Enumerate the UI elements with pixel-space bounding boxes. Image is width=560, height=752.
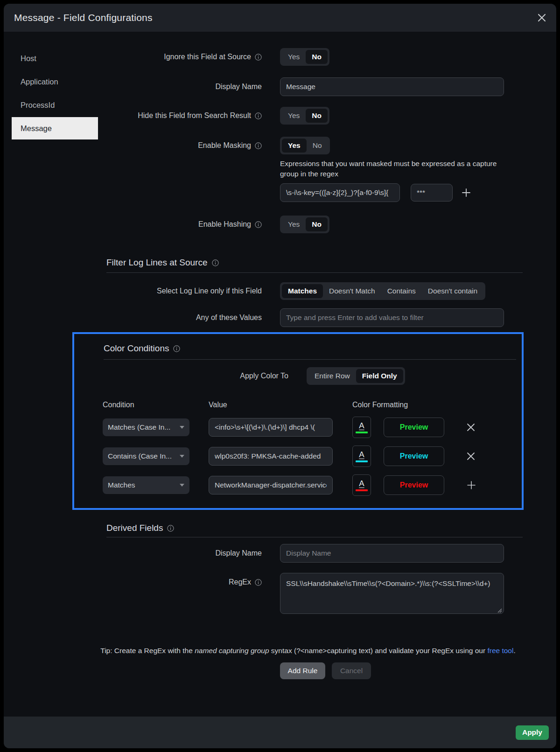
swatch-color-bar (356, 489, 368, 491)
add-condition-button[interactable] (467, 480, 476, 490)
apply-option-field-only[interactable]: Field Only (356, 369, 403, 383)
preview-button[interactable]: Preview (384, 418, 444, 437)
swatch-color-bar (356, 460, 368, 462)
toggle-option-no[interactable]: No (306, 50, 328, 64)
remove-condition-button[interactable] (467, 423, 475, 432)
color-swatch-button[interactable]: A (352, 417, 371, 438)
close-button[interactable] (536, 12, 548, 24)
color-swatch-button[interactable]: A (352, 474, 371, 496)
masking-regex-input[interactable] (280, 183, 400, 202)
dropdown-value: Matches (Case In... (108, 423, 180, 432)
color-swatch-button[interactable]: A (352, 446, 371, 467)
preview-button[interactable]: Preview (384, 446, 444, 466)
page-title: Message - Field Configurations (14, 12, 536, 23)
section-title-text: Color Conditions (104, 343, 169, 354)
info-icon[interactable] (167, 525, 174, 532)
toggle-option-no[interactable]: No (306, 217, 328, 231)
apply-option-entire-row[interactable]: Entire Row (308, 369, 356, 383)
enable-hashing-label: Enable Hashing (4, 216, 262, 233)
condition-dropdown[interactable]: Matches (103, 476, 189, 494)
display-name-input[interactable] (280, 77, 504, 96)
tip-prefix: Tip: Create a RegEx with the (100, 647, 195, 655)
section-title-text: Filter Log Lines at Source (106, 258, 208, 268)
apply-color-label: Apply Color To (103, 367, 288, 385)
label-text: Hide this Field from Search Result (138, 111, 251, 120)
info-icon[interactable] (212, 259, 219, 266)
sidebar-item-processid[interactable]: ProcessId (12, 94, 98, 116)
toggle-option-yes[interactable]: Yes (282, 109, 306, 123)
preview-button[interactable]: Preview (384, 475, 444, 495)
field-config-modal: Message - Field Configurations Host Appl… (4, 4, 556, 748)
condition-value-input[interactable] (209, 476, 333, 494)
column-header-value: Value (209, 401, 352, 409)
hide-field-toggle: Yes No (280, 107, 329, 125)
row-apply-color-to: Apply Color To Entire Row Field Only (103, 367, 522, 385)
match-option-doesnt-contain[interactable]: Doesn't contain (422, 284, 483, 298)
section-divider (106, 272, 523, 273)
info-icon[interactable] (255, 221, 262, 228)
close-icon (538, 14, 546, 22)
derived-regex-textarea[interactable]: SSL\\sHandshake\\sTime\\s(?<Domain>.*)\\… (280, 573, 504, 614)
mask-value-input[interactable] (411, 184, 453, 202)
swatch-letter: A (359, 451, 364, 459)
condition-row: Matches (Case In... A Preview (103, 417, 522, 438)
dropdown-value: Matches (108, 481, 180, 489)
masking-helper-text: Expressions that you want masked must be… (280, 159, 499, 179)
label-text: Enable Masking (198, 141, 251, 150)
info-icon[interactable] (173, 345, 180, 352)
add-mask-button[interactable] (462, 188, 471, 197)
filter-values-label: Any of these Values (4, 308, 262, 327)
toggle-option-yes[interactable]: Yes (282, 217, 306, 231)
toggle-option-yes[interactable]: Yes (282, 139, 307, 153)
resize-handle-icon[interactable] (497, 608, 502, 613)
derived-display-name-input[interactable] (280, 544, 504, 563)
chevron-down-icon (180, 484, 184, 487)
info-icon[interactable] (255, 579, 262, 586)
toggle-option-yes[interactable]: Yes (282, 50, 306, 64)
match-type-label: Select Log Line only if this Field (4, 282, 262, 300)
sidebar-item-message[interactable]: Message (12, 117, 98, 139)
add-rule-button[interactable]: Add Rule (280, 662, 325, 679)
enable-masking-toggle: Yes No (280, 137, 330, 154)
row-match-type: Select Log Line only if this Field Match… (4, 282, 556, 300)
condition-column-headers: Condition Value Color Formatting (103, 401, 522, 409)
row-derived-regex: RegEx SSL\\sHandshake\\sTime\\s(?<Domain… (4, 573, 556, 616)
tip-middle: syntax (?<name>capturing text) and valid… (269, 647, 488, 655)
label-text: Apply Color To (240, 372, 288, 380)
info-icon[interactable] (255, 54, 262, 61)
apply-button[interactable]: Apply (516, 725, 549, 740)
chevron-down-icon (180, 426, 184, 429)
info-icon[interactable] (255, 112, 262, 119)
section-divider (104, 359, 516, 360)
info-icon[interactable] (255, 142, 262, 149)
derived-fields-title: Derived Fields (106, 523, 556, 533)
field-sidebar: Host Application ProcessId Message (12, 47, 98, 140)
match-option-doesnt-match[interactable]: Doesn't Match (323, 284, 381, 298)
ignore-field-toggle: Yes No (280, 48, 329, 66)
swatch-color-bar (356, 432, 368, 433)
condition-dropdown[interactable]: Matches (Case In... (103, 418, 189, 436)
sidebar-item-host[interactable]: Host (12, 47, 98, 70)
row-filter-values: Any of these Values (4, 308, 556, 327)
section-divider (106, 537, 523, 537)
label-text: Select Log Line only if this Field (157, 287, 262, 295)
cancel-button[interactable]: Cancel (332, 662, 371, 679)
free-tool-link[interactable]: free tool (487, 647, 513, 655)
remove-condition-icon (467, 423, 475, 432)
condition-dropdown[interactable]: Contains (Case In... (103, 447, 189, 465)
filter-values-input[interactable] (280, 308, 504, 327)
sidebar-item-application[interactable]: Application (12, 70, 98, 93)
chevron-down-icon (180, 455, 184, 458)
match-option-matches[interactable]: Matches (282, 284, 323, 298)
remove-condition-button[interactable] (467, 452, 475, 460)
form-actions: Add Rule Cancel (280, 662, 556, 679)
toggle-option-no[interactable]: No (306, 109, 328, 123)
condition-value-input[interactable] (209, 418, 333, 437)
row-enable-hashing: Enable Hashing Yes No (4, 216, 556, 233)
toggle-option-no[interactable]: No (307, 139, 328, 153)
match-option-contains[interactable]: Contains (381, 284, 422, 298)
dropdown-value: Contains (Case In... (108, 452, 180, 460)
label-text: RegEx (229, 578, 251, 586)
modal-footer: Apply (4, 717, 556, 748)
condition-value-input[interactable] (209, 447, 333, 466)
